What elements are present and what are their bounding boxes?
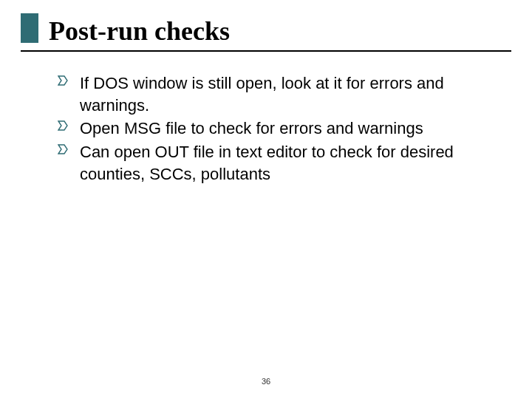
list-item-text: Can open OUT file in text editor to chec… bbox=[80, 143, 454, 183]
list-item: Open MSG file to check for errors and wa… bbox=[56, 117, 497, 140]
svg-marker-0 bbox=[58, 76, 67, 85]
list-item: Can open OUT file in text editor to chec… bbox=[56, 141, 497, 185]
arrow-bullet-icon bbox=[56, 74, 69, 87]
title-accent-block bbox=[21, 13, 38, 43]
title-underline bbox=[21, 50, 511, 52]
content-area: If DOS window is still open, look at it … bbox=[21, 72, 511, 185]
arrow-bullet-icon bbox=[56, 119, 69, 132]
svg-marker-1 bbox=[58, 121, 67, 130]
title-row: Post-run checks bbox=[21, 13, 511, 46]
slide-title: Post-run checks bbox=[49, 18, 230, 46]
list-item-text: If DOS window is still open, look at it … bbox=[80, 74, 444, 115]
list-item-text: Open MSG file to check for errors and wa… bbox=[80, 119, 423, 137]
page-number: 36 bbox=[0, 377, 532, 386]
arrow-bullet-icon bbox=[56, 143, 69, 156]
bullet-list: If DOS window is still open, look at it … bbox=[56, 72, 497, 185]
slide: Post-run checks If DOS window is still o… bbox=[0, 0, 532, 399]
svg-marker-2 bbox=[58, 145, 67, 154]
list-item: If DOS window is still open, look at it … bbox=[56, 72, 497, 116]
